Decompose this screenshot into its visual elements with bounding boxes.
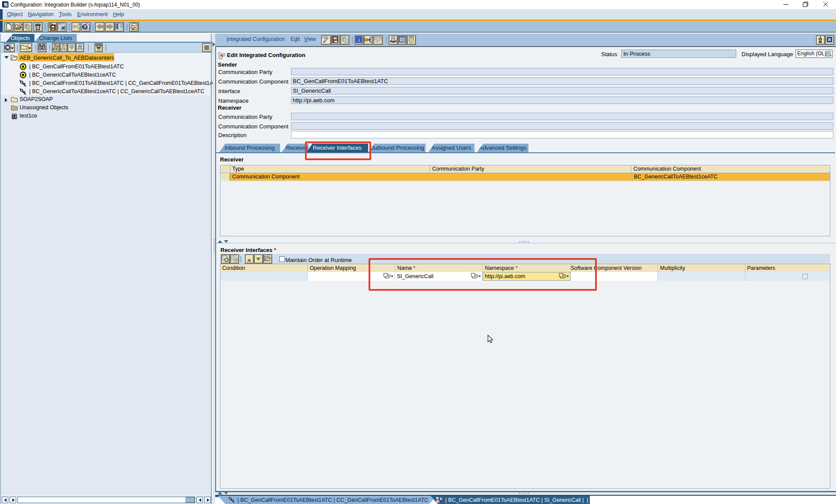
svg-text:i: i	[358, 37, 359, 42]
svg-text:?: ?	[84, 25, 86, 30]
